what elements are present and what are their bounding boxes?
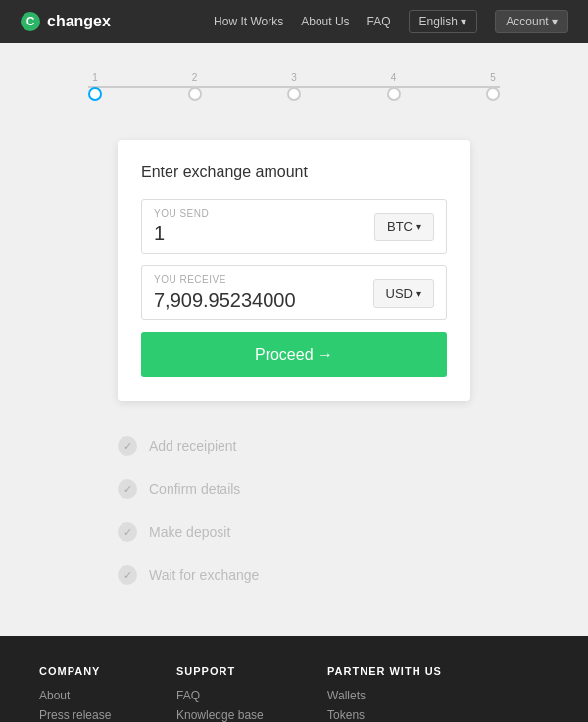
footer-link-tokens[interactable]: Tokens: [327, 708, 442, 722]
list-item: ✓ Confirm details: [118, 467, 470, 510]
footer-link-about[interactable]: About: [39, 689, 137, 702]
footer-link-faq[interactable]: FAQ: [176, 689, 288, 702]
progress-step-1: 1: [88, 72, 102, 101]
receive-label: YOU RECEIVE: [154, 274, 373, 285]
footer-top: COMPANY About Press release Our Blog Our…: [39, 665, 549, 722]
partner-title: PARTNER WITH US: [327, 665, 442, 677]
header-nav: How It Works About Us FAQ English ▾ Acco…: [214, 10, 568, 33]
list-item: ✓ Wait for exchange: [118, 554, 470, 597]
step-label-4: Wait for exchange: [149, 567, 259, 583]
main-content: 1 2 3 4 5 Enter exchange amount: [0, 43, 588, 636]
exchange-card-title: Enter exchange amount: [141, 164, 447, 181]
progress-step-5: 5: [486, 72, 500, 101]
step-label-2: Confirm details: [149, 481, 240, 497]
footer-link-knowledge[interactable]: Knowledge base: [176, 708, 288, 722]
nav-how-it-works[interactable]: How It Works: [214, 15, 283, 28]
step-label-1: Add receipient: [149, 438, 237, 454]
proceed-button[interactable]: Proceed →: [141, 332, 447, 377]
send-value: 1: [154, 222, 374, 245]
nav-faq[interactable]: FAQ: [368, 15, 391, 28]
steps-list: ✓ Add receipient ✓ Confirm details ✓ Mak…: [118, 424, 470, 597]
progress-step-3: 3: [287, 72, 301, 101]
send-label: YOU SEND: [154, 208, 374, 218]
check-icon-2: ✓: [118, 479, 137, 499]
receive-value: 7,909.95234000: [154, 289, 373, 312]
footer-col-partner: PARTNER WITH US Wallets Tokens Coin Exch…: [327, 665, 442, 722]
progress-step-2: 2: [188, 72, 202, 101]
footer-col-support: SUPPORT FAQ Knowledge base Supported cur…: [176, 665, 288, 722]
progress-step-4: 4: [387, 72, 401, 101]
receive-currency-button[interactable]: USD: [373, 279, 434, 308]
receive-field-group: YOU RECEIVE 7,909.95234000 USD: [141, 265, 447, 320]
footer-link-press[interactable]: Press release: [39, 708, 137, 722]
check-icon-3: ✓: [118, 522, 137, 542]
footer-col-company: COMPANY About Press release Our Blog Our…: [39, 665, 137, 722]
footer-link-wallets[interactable]: Wallets: [327, 689, 442, 702]
header: C changex How It Works About Us FAQ Engl…: [0, 0, 588, 43]
progress-line: 1 2 3 4 5: [78, 72, 510, 101]
logo-text: changex: [47, 13, 111, 30]
check-icon-1: ✓: [118, 436, 137, 456]
logo: C changex: [20, 11, 111, 32]
logo-icon: C: [20, 11, 41, 32]
progress-bar: 1 2 3 4 5: [59, 63, 529, 111]
send-field-group: YOU SEND 1 BTC: [141, 199, 447, 254]
step-label-3: Make deposit: [149, 524, 230, 540]
language-button[interactable]: English ▾: [409, 10, 478, 33]
account-button[interactable]: Account ▾: [495, 10, 568, 33]
support-title: SUPPORT: [176, 665, 288, 677]
list-item: ✓ Make deposit: [118, 510, 470, 554]
receive-field-left: YOU RECEIVE 7,909.95234000: [154, 274, 373, 312]
send-currency-button[interactable]: BTC: [374, 213, 434, 241]
nav-about-us[interactable]: About Us: [301, 15, 349, 28]
exchange-card: Enter exchange amount YOU SEND 1 BTC YOU…: [118, 140, 470, 401]
svg-text:C: C: [26, 15, 35, 28]
footer: COMPANY About Press release Our Blog Our…: [0, 636, 588, 722]
list-item: ✓ Add receipient: [118, 424, 470, 467]
send-field-left: YOU SEND 1: [154, 208, 374, 245]
company-title: COMPANY: [39, 665, 137, 677]
check-icon-4: ✓: [118, 565, 137, 585]
